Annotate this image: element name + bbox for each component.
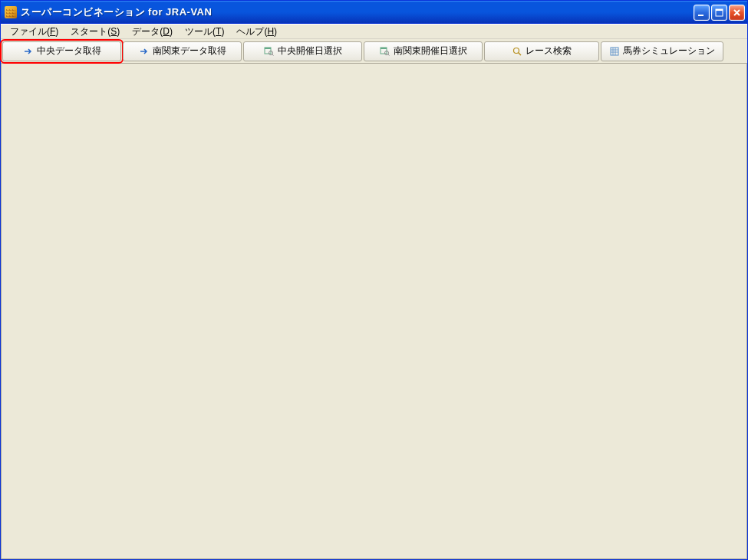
svg-rect-4 <box>265 48 271 49</box>
nankan-date-button[interactable]: 南関東開催日選択 <box>364 41 483 61</box>
window-title: スーパーコンビネーション for JRA-VAN <box>21 5 694 19</box>
toolbar: 中央データ取得 南関東データ取得 中央開催日選択 南関東開催日選択 レース検索 <box>1 39 747 64</box>
svg-rect-8 <box>381 48 387 49</box>
app-window: スーパーコンビネーション for JRA-VAN ファイル(F) スタ <box>0 0 748 560</box>
grid-icon <box>609 46 620 57</box>
menu-tool[interactable]: ツール(T) <box>179 24 230 40</box>
search-icon <box>512 46 522 57</box>
menu-help[interactable]: ヘルプ(H) <box>230 24 283 40</box>
svg-point-11 <box>514 48 519 53</box>
content-area <box>1 64 747 559</box>
minimize-button[interactable] <box>694 5 710 21</box>
svg-line-10 <box>388 54 390 56</box>
minimize-icon <box>697 8 706 17</box>
button-label: 馬券シミュレーション <box>623 44 715 58</box>
central-date-button[interactable]: 中央開催日選択 <box>243 41 362 61</box>
button-label: 南関東データ取得 <box>153 44 226 58</box>
maximize-icon <box>715 8 723 17</box>
nankan-data-button[interactable]: 南関東データ取得 <box>123 41 242 61</box>
maximize-button[interactable] <box>711 5 727 21</box>
race-search-button[interactable]: レース検索 <box>484 41 599 61</box>
close-icon <box>733 8 741 17</box>
menu-data[interactable]: データ(D) <box>126 24 179 40</box>
menu-start[interactable]: スタート(S) <box>64 24 126 40</box>
calendar-search-icon <box>264 46 275 57</box>
svg-rect-13 <box>611 48 618 55</box>
app-icon <box>5 6 17 18</box>
button-label: レース検索 <box>526 44 572 58</box>
svg-rect-2 <box>716 9 723 11</box>
svg-line-6 <box>272 54 274 56</box>
arrow-right-icon <box>23 46 34 57</box>
window-controls <box>694 5 745 21</box>
menubar: ファイル(F) スタート(S) データ(D) ツール(T) ヘルプ(H) <box>1 24 747 39</box>
ticket-sim-button[interactable]: 馬券シミュレーション <box>601 41 723 61</box>
central-data-button[interactable]: 中央データ取得 <box>2 41 121 61</box>
svg-line-12 <box>519 52 521 54</box>
calendar-search-icon <box>380 46 390 57</box>
button-label: 中央開催日選択 <box>278 44 342 58</box>
menu-file[interactable]: ファイル(F) <box>4 24 64 40</box>
button-label: 南関東開催日選択 <box>394 44 467 58</box>
arrow-right-icon <box>139 46 150 57</box>
svg-rect-0 <box>698 15 704 16</box>
button-label: 中央データ取得 <box>37 44 101 58</box>
close-button[interactable] <box>729 5 745 21</box>
titlebar: スーパーコンビネーション for JRA-VAN <box>1 1 747 24</box>
